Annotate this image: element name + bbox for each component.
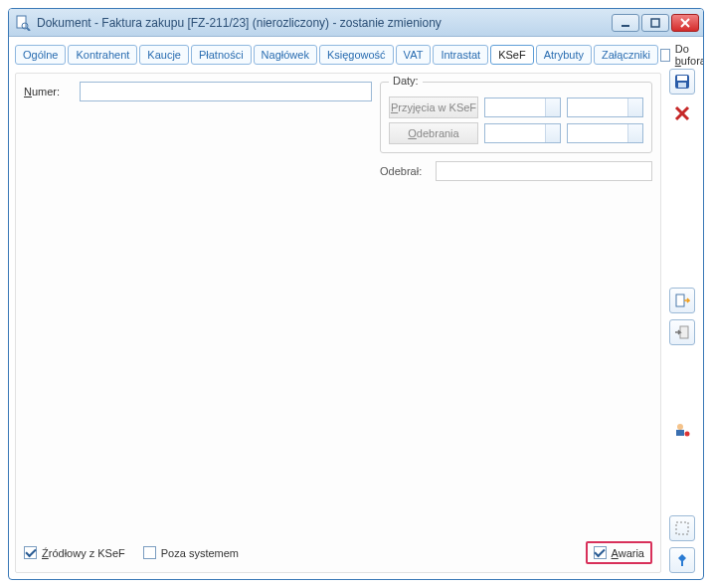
- titlebar: Dokument - Faktura zakupu [FZ-211/23] (n…: [9, 9, 703, 37]
- odebrania-date-input[interactable]: [484, 123, 561, 143]
- client-area: Ogólne Kontrahent Kaucje Płatności Nagłó…: [9, 37, 703, 579]
- svg-rect-0: [17, 16, 26, 28]
- tab-ksef-body: Numer: Daty: Przyjęcia w KSeF Odebrania: [15, 73, 661, 573]
- poza-systemem-checkbox[interactable]: Poza systemem: [143, 546, 239, 559]
- odebrania-time-input[interactable]: [567, 123, 643, 143]
- svg-rect-4: [651, 19, 659, 27]
- src-ksef-label: Źródłowy z KSeF: [42, 547, 125, 559]
- tab-kaucje[interactable]: Kaucje: [139, 45, 189, 65]
- window-buttons: [612, 14, 699, 32]
- tabs-row: Ogólne Kontrahent Kaucje Płatności Nagłó…: [15, 43, 661, 67]
- footer-row: Źródłowy z KSeF Poza systemem Awaria: [24, 535, 652, 564]
- side-toolbar: [667, 43, 697, 573]
- numer-row: Numer:: [24, 82, 372, 101]
- tab-vat[interactable]: VAT: [396, 45, 432, 65]
- poza-systemem-label: Poza systemem: [161, 547, 239, 559]
- svg-point-14: [677, 424, 683, 430]
- daty-group: Daty: Przyjęcia w KSeF Odebrania: [380, 82, 652, 153]
- pin-icon: [674, 552, 690, 568]
- left-fields: Numer:: [24, 82, 372, 181]
- daty-group-title: Daty:: [389, 75, 423, 87]
- daty-grid: Przyjęcia w KSeF Odebrania: [389, 97, 643, 144]
- user-icon: [674, 422, 690, 438]
- numer-label: Numer:: [24, 86, 72, 98]
- export-icon: [674, 293, 690, 308]
- export-button[interactable]: [669, 288, 695, 313]
- tab-platnosci[interactable]: Płatności: [191, 45, 252, 65]
- main-column: Ogólne Kontrahent Kaucje Płatności Nagłó…: [15, 43, 661, 573]
- checkbox-icon: [594, 546, 607, 559]
- import-button[interactable]: [669, 319, 695, 345]
- close-icon: [674, 105, 690, 121]
- upper-area: Numer: Daty: Przyjęcia w KSeF Odebrania: [24, 82, 652, 181]
- close-button[interactable]: [671, 14, 699, 32]
- app-window: Dokument - Faktura zakupu [FZ-211/23] (n…: [8, 8, 704, 580]
- window-title: Dokument - Faktura zakupu [FZ-211/23] (n…: [37, 16, 612, 30]
- przyjecia-button[interactable]: Przyjęcia w KSeF: [389, 97, 478, 118]
- floppy-icon: [674, 74, 690, 90]
- checkbox-icon: [143, 546, 156, 559]
- user-action-button[interactable]: [669, 417, 695, 443]
- awaria-checkbox[interactable]: Awaria: [594, 546, 644, 559]
- tab-naglowek[interactable]: Nagłówek: [254, 45, 317, 65]
- odebral-input[interactable]: [436, 161, 652, 181]
- tab-intrastat[interactable]: Intrastat: [433, 45, 488, 65]
- pin-button[interactable]: [669, 547, 695, 573]
- svg-rect-12: [676, 294, 684, 306]
- svg-rect-17: [676, 522, 688, 534]
- checkbox-icon: [24, 546, 37, 559]
- tab-ksef[interactable]: KSeF: [490, 45, 534, 65]
- odebral-row: Odebrał:: [380, 161, 652, 181]
- src-ksef-checkbox[interactable]: Źródłowy z KSeF: [24, 546, 125, 559]
- import-icon: [674, 324, 690, 340]
- tab-zalaczniki[interactable]: Załączniki: [594, 45, 658, 65]
- svg-rect-9: [678, 83, 686, 88]
- awaria-highlight: Awaria: [586, 541, 652, 564]
- document-magnifier-icon: [15, 15, 31, 31]
- svg-point-16: [685, 432, 690, 437]
- tab-kontrahent[interactable]: Kontrahent: [68, 45, 137, 65]
- cancel-button[interactable]: [669, 100, 695, 126]
- awaria-label: Awaria: [612, 547, 644, 559]
- svg-rect-13: [680, 326, 688, 338]
- selection-icon: [674, 520, 690, 536]
- tab-ksiegowosc[interactable]: Księgowość: [319, 45, 394, 65]
- przyjecia-time-input[interactable]: [567, 98, 643, 117]
- svg-rect-15: [676, 430, 684, 436]
- minimize-button[interactable]: [612, 14, 639, 32]
- tab-ogolne[interactable]: Ogólne: [15, 45, 66, 65]
- save-button[interactable]: [669, 69, 695, 95]
- svg-line-2: [27, 28, 30, 31]
- selection-button[interactable]: [669, 515, 695, 541]
- maximize-button[interactable]: [641, 14, 669, 32]
- numer-input[interactable]: [80, 82, 372, 101]
- odebrania-button[interactable]: Odebrania: [389, 122, 478, 144]
- svg-rect-8: [677, 76, 687, 81]
- tab-atrybuty[interactable]: Atrybuty: [536, 45, 592, 65]
- tabs: Ogólne Kontrahent Kaucje Płatności Nagłó…: [15, 45, 658, 65]
- odebral-label: Odebrał:: [380, 165, 428, 177]
- przyjecia-date-input[interactable]: [484, 98, 561, 117]
